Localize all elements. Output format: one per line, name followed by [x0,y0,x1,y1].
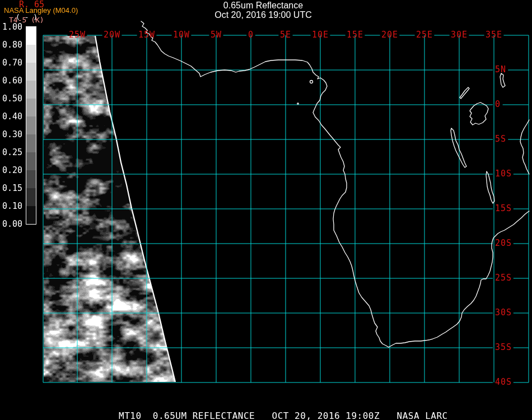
longitude-label: 20W [104,31,120,39]
latitude-label: 30S [495,309,512,317]
lake-turkana-outline [500,73,505,87]
longitude-label: 25W [69,31,86,39]
colorbar-segment [26,116,36,134]
east-coast-segment [520,120,529,174]
latitude-label: 5N [495,66,506,74]
longitude-label: 35E [486,31,502,39]
colorbar-tick-label: 0.20 [2,166,26,175]
colorbar-tick-label: 1.00 [2,22,26,31]
colorbar-segment [26,134,36,152]
longitude-label: 15E [347,31,363,39]
colorbar-segment [26,188,36,206]
colorbar-tick-label: 0.00 [2,220,26,228]
bioko-island [310,81,313,83]
source-label: NASA Langley (M04.0) [4,6,78,15]
lake-malawi-outline [486,171,494,203]
latlon-grid [43,35,529,382]
longitude-label: 20E [381,31,398,39]
colorbar-segment [26,45,36,63]
longitude-label: 30E [451,31,468,39]
latitude-label: 10S [495,170,512,178]
latitude-label: 25S [495,274,512,282]
title-line: 0.65um Reflectance [151,1,375,10]
colorbar-segment [26,27,36,45]
longitude-label: 25E [416,31,433,39]
reflectance-colorbar [26,26,36,225]
lake-tanganyika-outline [451,128,466,167]
map-overlay [0,0,532,420]
latitude-label: 0 [495,100,501,109]
colorbar-tick-label: 0.15 [2,184,26,193]
latitude-label: 20S [495,239,512,248]
colorbar-tick-label: 0.40 [2,112,26,121]
colorbar-tick-label: 0.70 [2,58,26,67]
colorbar-segment [26,152,36,170]
colorbar-segment [26,99,36,116]
colorbar-tick-label: 0.50 [2,94,26,103]
subtitle-line: Oct 20, 2016 19:00 UTC [151,10,375,20]
colorbar-segment [26,206,36,224]
latitude-label: 5S [495,135,506,143]
colorbar-tick-label: 0.10 [2,202,26,211]
latitude-label: 35S [495,343,512,352]
longitude-label: 0 [248,31,254,39]
longitude-label: 5E [280,31,291,39]
colorbar-tick-label: 0.60 [2,76,26,85]
longitude-label: 10E [312,31,329,39]
colorbar-segment [26,170,36,188]
latitude-label: 15S [495,204,512,213]
colorbar-tick-label: 0.25 [2,148,26,157]
colorbar-tick-label: 0.30 [2,130,26,139]
colorbar-segment [26,63,36,81]
sao-tome-island [297,103,298,104]
page-title: 0.65um Reflectance Oct 20, 2016 19:00 UT… [151,1,375,20]
colorbar-tick-label: 0.80 [2,40,26,49]
longitude-label: 15W [138,31,155,39]
colorbar-segment [26,81,36,99]
longitude-label: 10W [173,31,190,39]
lake-victoria-outline [470,102,488,125]
footer-caption: MT10 0.65UM REFLECTANCE OCT 20, 2016 19:… [119,410,448,420]
latitude-label: 40S [495,378,512,386]
satellite-image-viewer: 0.65um Reflectance Oct 20, 2016 19:00 UT… [0,0,532,420]
lake-albert-outline [460,87,469,99]
longitude-label: 5W [211,31,222,39]
